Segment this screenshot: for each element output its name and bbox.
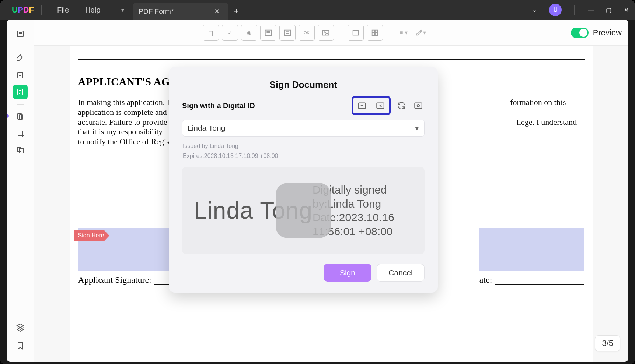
highlighter-icon[interactable] [13, 51, 28, 66]
checkbox-tool[interactable]: ✓ [222, 25, 238, 41]
grid-tool[interactable] [367, 25, 383, 41]
svg-rect-15 [375, 33, 377, 35]
window-minimize[interactable]: — [582, 0, 600, 20]
chevron-down-icon[interactable]: ⌄ [525, 6, 544, 14]
refresh-icon[interactable] [395, 99, 408, 112]
crop-icon[interactable] [13, 126, 28, 141]
preview-label: Preview [593, 28, 622, 38]
reveal-icon[interactable] [412, 99, 425, 112]
modal-title: Sign Document [182, 79, 425, 90]
svg-rect-13 [375, 30, 377, 32]
svg-rect-12 [372, 30, 374, 32]
sign-button[interactable]: Sign [324, 264, 371, 282]
radio-tool[interactable]: ◉ [241, 25, 257, 41]
selected-id: Linda Tong [188, 124, 225, 132]
signature-line [495, 284, 584, 285]
page-divider [78, 46, 585, 60]
align-dropdown[interactable]: ≡ ▾ [397, 25, 411, 41]
id-source-highlight [352, 96, 391, 115]
signature-preview: Linda Tong Digitally signed by:Linda Ton… [182, 167, 425, 254]
create-id-icon[interactable] [356, 99, 368, 112]
modal-subtitle: Sign with a Digital ID [182, 102, 255, 110]
sign-here-badge: Sign Here [74, 230, 109, 241]
image-tool[interactable] [318, 25, 334, 41]
notes-icon[interactable] [13, 68, 28, 82]
svg-rect-14 [372, 33, 374, 35]
menu-help[interactable]: Help [85, 6, 100, 14]
tab-active[interactable]: PDF Form* ✕ [133, 3, 228, 20]
expires: Expires:2028.10.13 17:10:09 +08:00 [183, 151, 424, 161]
date-label: ate: [479, 275, 492, 285]
dropdown-tool[interactable] [260, 25, 276, 41]
watermark-icon [276, 183, 331, 238]
form-icon[interactable] [13, 85, 28, 99]
svg-rect-19 [415, 103, 422, 108]
list-tool[interactable] [279, 25, 296, 41]
sidebar-indicator-dot [7, 114, 9, 118]
tab-title: PDF Form* [139, 7, 174, 15]
tab-dropdown[interactable]: ▾ [115, 0, 130, 20]
digital-id-select[interactable]: Linda Tong [182, 120, 425, 137]
window-maximize[interactable]: ▢ [600, 0, 617, 20]
applicant-signature-label: Applicant Signature: [78, 275, 151, 285]
svg-point-16 [421, 30, 422, 31]
tab-close[interactable]: ✕ [211, 6, 223, 17]
user-avatar[interactable]: U [549, 4, 562, 16]
divider [574, 5, 575, 15]
svg-point-10 [324, 32, 325, 33]
tool-divider [390, 28, 390, 38]
preview-toggle[interactable] [571, 28, 589, 38]
cancel-button[interactable]: Cancel [377, 264, 425, 282]
divider [41, 5, 42, 15]
merge-icon[interactable] [13, 143, 28, 158]
sign-document-modal: Sign Document Sign with a Digital ID Lin… [169, 67, 438, 293]
page-counter[interactable]: 3/5 [595, 335, 620, 351]
window-close[interactable]: ✕ [617, 0, 635, 20]
menu-file[interactable]: File [57, 6, 69, 14]
app-logo: UPDF [12, 5, 34, 15]
side-separator [17, 46, 24, 46]
svg-point-20 [417, 105, 420, 107]
bookmark-icon[interactable] [13, 338, 28, 353]
tab-add[interactable]: + [228, 3, 244, 20]
import-id-icon[interactable] [374, 99, 387, 112]
svg-rect-8 [285, 30, 291, 35]
ocr-icon[interactable] [13, 109, 28, 124]
side-separator [17, 104, 24, 105]
combo-tool[interactable] [348, 25, 364, 41]
text-field-tool[interactable]: T| [203, 25, 219, 41]
svg-rect-11 [353, 30, 359, 35]
reader-icon[interactable] [13, 26, 28, 41]
button-tool[interactable]: OK [299, 25, 315, 41]
layers-icon[interactable] [13, 320, 28, 335]
tools-dropdown[interactable]: ▾ [414, 25, 428, 41]
issued-by: Issued by:Linda Tong [183, 141, 424, 151]
tool-divider [341, 28, 341, 38]
signature-field-date[interactable] [479, 228, 585, 271]
